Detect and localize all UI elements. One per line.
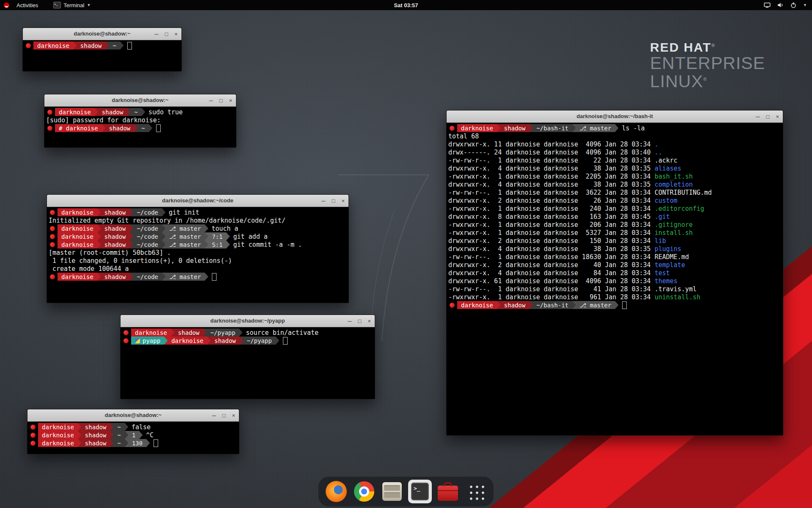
terminal-content[interactable]: darknoiseshadow~falsedarknoiseshadow~1^C… [27,422,239,454]
terminal-content[interactable]: darknoiseshadow~/codegit initInitialized… [47,207,348,303]
toolbox-icon[interactable] [436,480,460,503]
prompt-segment-path: ~/code [133,208,162,216]
close-button[interactable]: × [368,318,371,324]
prompt-segment-path: ~/bash-it [532,124,572,132]
powerline-separator-icon [78,439,81,447]
window-controls: ─ □ × [209,94,232,106]
minimize-button[interactable]: ─ [209,97,213,104]
powerline-separator-icon [497,124,500,132]
terminal-content[interactable]: darknoiseshadow~/bash-it⎇ masterls -lato… [447,123,783,435]
powerline-separator-icon [207,337,211,345]
terminal-line: drwx------. 24 darknoise darknoise 4096 … [448,148,781,156]
terminal-line: 1 file changed, 0 insertions(+), 0 delet… [49,257,347,265]
terminal-line: # darknoiseshadow~ [46,124,234,132]
prompt-segment-git: ⎇ master [165,232,205,240]
minimize-button[interactable]: ─ [212,412,216,419]
command-text: false [128,423,151,431]
prompt-segment-git: ⎇ master [165,240,205,248]
powerline-separator-icon [529,124,532,132]
prompt-segment-host: shadow [98,108,127,116]
prompt-segment-exit: 1 [128,431,139,439]
clock[interactable]: Sat 03:57 [394,2,418,8]
system-status-area[interactable]: ▼ [764,2,812,8]
terminal-content[interactable]: darknoiseshadow~sudo true[sudo] password… [44,107,236,147]
ls-line-meta: drwxrwxr-x. 4 darknoise darknoise 84 Jan… [448,269,655,277]
terminal-content[interactable]: darknoiseshadow~ [23,40,181,71]
maximize-button[interactable]: □ [332,198,335,204]
window-titlebar[interactable]: darknoise@shadow:~/pyapp ─ □ × [121,315,375,327]
desktop: RED HAT® ENTERPRISE LINUX® Activities >_… [0,0,812,508]
prompt-segment-path: ~/code [133,240,162,248]
terminal-icon[interactable]: >_ [408,480,432,503]
brand-line-enterprise: ENTERPRISE [650,54,765,72]
close-button[interactable]: × [229,97,232,104]
maximize-button[interactable]: □ [358,318,362,324]
terminal-line: drwxrwxr-x. 2 darknoise darknoise 26 Jan… [448,196,781,204]
redhat-prompt-icon [450,303,455,308]
display-icon [764,2,771,8]
redhat-prompt-icon [26,43,31,48]
maximize-button[interactable]: □ [219,97,223,104]
prompt-segment-git: ⎇ master [576,301,615,309]
powerline-separator-icon [615,124,618,132]
terminal-line: drwxrwxr-x. 11 darknoise darknoise 4096 … [448,140,781,148]
terminal-cursor [212,273,217,281]
ls-line-meta: -rwxrwxr-x. 1 darknoise darknoise 2205 J… [448,172,655,180]
maximize-button[interactable]: □ [165,31,168,37]
terminal-window-code: darknoise@shadow:~/code ─ □ × darknoises… [47,194,349,303]
minimize-button[interactable]: ─ [154,31,158,37]
redhat-prompt-icon [50,226,55,231]
close-button[interactable]: × [174,31,178,37]
show-applications-icon[interactable] [464,480,488,503]
window-controls: ─ □ × [321,195,345,207]
ls-line-name: CONTRIBUTING.md [655,188,712,196]
close-button[interactable]: × [341,198,345,204]
powerline-separator-icon [142,108,145,116]
prompt-segment-path: ~/bash-it [532,301,572,309]
powerline-separator-icon [203,329,206,337]
minimize-button[interactable]: ─ [756,113,760,120]
power-icon [790,2,797,8]
maximize-button[interactable]: □ [766,113,770,120]
prompt-segment-path: ~ [109,41,120,50]
rhel-branding: RED HAT® ENTERPRISE LINUX® [650,41,765,91]
powerline-separator-icon [129,273,133,281]
powerline-separator-icon [240,337,243,345]
prompt-segment-host: shadow [500,124,529,132]
window-controls: ─ □ × [348,315,371,327]
ls-line-name: template [655,261,685,269]
prompt-segment-path: ~ [113,423,124,431]
chrome-glyph [354,481,374,502]
redhat-prompt-icon [123,330,129,335]
ls-line-meta: -rwxrwxr-x. 1 darknoise darknoise 206 Ja… [448,221,655,229]
firefox-icon[interactable] [324,480,348,503]
minimize-button[interactable]: ─ [348,318,351,324]
app-menu-terminal[interactable]: >_ Terminal ▼ [53,2,91,8]
terminal-content[interactable]: darknoiseshadow~/pyappsource bin/activat… [121,327,375,399]
prompt-segment-user: darknoise [58,232,97,240]
maximize-button[interactable]: □ [222,412,226,419]
activities-button[interactable]: Activities [13,2,41,8]
window-titlebar[interactable]: darknoise@shadow:~ ─ □ × [27,409,239,422]
chrome-icon[interactable] [352,480,376,503]
window-titlebar[interactable]: darknoise@shadow:~ ─ □ × [44,94,236,107]
prompt-segment-git: ⎇ master [165,224,205,232]
brand-line-redhat: RED HAT® [650,41,765,54]
close-button[interactable]: × [776,113,779,120]
terminal-mini-icon: >_ [53,2,61,8]
powerline-separator-icon [572,301,576,309]
app-menu-label: Terminal [63,2,84,8]
redhat-prompt-icon [50,274,55,279]
window-titlebar[interactable]: darknoise@shadow:~/bash-it ─ □ × [447,110,783,123]
close-button[interactable]: × [232,412,235,419]
files-icon[interactable] [380,480,404,503]
terminal-line: drwxrwxr-x. 4 darknoise darknoise 38 Jan… [448,245,781,253]
minimize-button[interactable]: ─ [321,198,325,204]
window-titlebar[interactable]: darknoise@shadow:~ ─ □ × [23,28,181,40]
prompt-segment-path: ~/pyapp [206,329,239,337]
redhat-prompt-icon [450,126,455,131]
terminal-line: -rw-rw-r--. 1 darknoise darknoise 41 Jan… [448,285,781,293]
files-glyph [382,482,402,501]
window-titlebar[interactable]: darknoise@shadow:~/code ─ □ × [47,195,348,207]
powerline-separator-icon [129,240,133,248]
